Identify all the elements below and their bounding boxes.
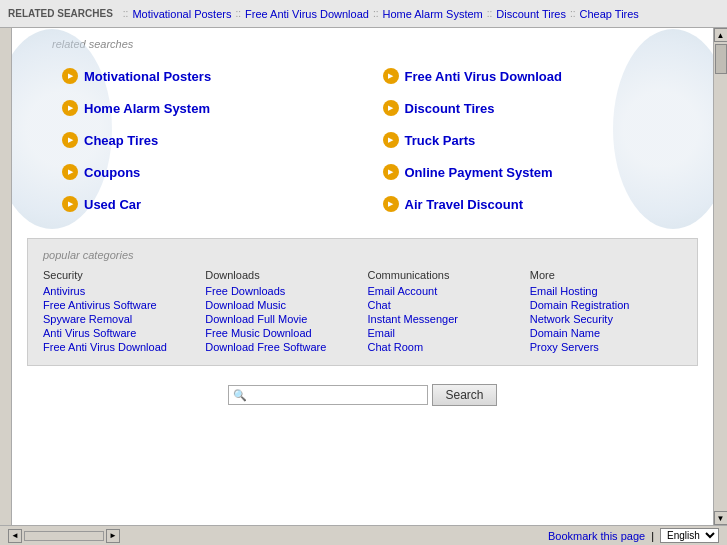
related-section-title: related searches — [52, 38, 693, 50]
cat-link[interactable]: Email Hosting — [530, 285, 682, 297]
cat-link[interactable]: Free Downloads — [205, 285, 357, 297]
related-searches-label: RELATED SEARCHES — [8, 8, 113, 19]
cat-link[interactable]: Spyware Removal — [43, 313, 195, 325]
arrow-icon — [383, 100, 399, 116]
scroll-thumb[interactable] — [715, 44, 727, 74]
bookmark-link[interactable]: Bookmark this page — [548, 530, 645, 542]
col-header-communications: Communications — [368, 269, 520, 281]
related-link-air-travel[interactable]: Air Travel Discount — [405, 197, 523, 212]
col-header-more: More — [530, 269, 682, 281]
cat-link[interactable]: Domain Name — [530, 327, 682, 339]
language-selector: English — [660, 528, 719, 543]
search-icon: 🔍 — [233, 389, 247, 402]
list-item: Home Alarm System — [52, 92, 373, 124]
cat-link[interactable]: Chat Room — [368, 341, 520, 353]
content-wrapper: related searches Motivational Posters Fr… — [12, 28, 713, 525]
cat-link[interactable]: Chat — [368, 299, 520, 311]
sep1: :: — [123, 8, 129, 19]
related-section: related searches Motivational Posters Fr… — [12, 28, 713, 230]
related-link-cheap-tires[interactable]: Cheap Tires — [84, 133, 158, 148]
arrow-icon — [62, 196, 78, 212]
topbar-link-3[interactable]: Discount Tires — [496, 8, 566, 20]
related-link-discount-tires[interactable]: Discount Tires — [405, 101, 495, 116]
list-item: Online Payment System — [373, 156, 694, 188]
category-col-security: Security Antivirus Free Antivirus Softwa… — [43, 269, 195, 355]
cat-link[interactable]: Anti Virus Software — [43, 327, 195, 339]
arrow-icon — [383, 132, 399, 148]
topbar-link-4[interactable]: Cheap Tires — [580, 8, 639, 20]
popular-section: popular categories Security Antivirus Fr… — [27, 238, 698, 366]
scroll-right-button[interactable]: ► — [106, 529, 120, 543]
topbar-link-0[interactable]: Motivational Posters — [132, 8, 231, 20]
scroll-down-button[interactable]: ▼ — [714, 511, 728, 525]
right-scrollbar: ▲ ▼ — [713, 28, 727, 525]
arrow-icon — [62, 164, 78, 180]
col-header-security: Security — [43, 269, 195, 281]
topbar-link-2[interactable]: Home Alarm System — [382, 8, 482, 20]
cat-link[interactable]: Network Security — [530, 313, 682, 325]
cat-link[interactable]: Domain Registration — [530, 299, 682, 311]
category-col-more: More Email Hosting Domain Registration N… — [530, 269, 682, 355]
scroll-left-button[interactable]: ◄ — [8, 529, 22, 543]
list-item: Free Anti Virus Download — [373, 60, 694, 92]
bottom-bar: ◄ ► Bookmark this page | English — [0, 525, 727, 545]
cat-link[interactable]: Antivirus — [43, 285, 195, 297]
related-link-home-alarm[interactable]: Home Alarm System — [84, 101, 210, 116]
col-header-downloads: Downloads — [205, 269, 357, 281]
related-link-truck-parts[interactable]: Truck Parts — [405, 133, 476, 148]
list-item: Cheap Tires — [52, 124, 373, 156]
cat-link[interactable]: Download Music — [205, 299, 357, 311]
list-item: Coupons — [52, 156, 373, 188]
cat-link[interactable]: Email Account — [368, 285, 520, 297]
arrow-icon — [62, 100, 78, 116]
search-input[interactable] — [251, 388, 423, 402]
category-col-downloads: Downloads Free Downloads Download Music … — [205, 269, 357, 355]
related-link-online-payment[interactable]: Online Payment System — [405, 165, 553, 180]
cat-link[interactable]: Free Anti Virus Download — [43, 341, 195, 353]
arrow-icon — [62, 68, 78, 84]
related-links-grid: Motivational Posters Free Anti Virus Dow… — [52, 60, 693, 220]
category-col-communications: Communications Email Account Chat Instan… — [368, 269, 520, 355]
scroll-h-track — [24, 531, 104, 541]
main-area: related searches Motivational Posters Fr… — [0, 28, 727, 525]
list-item: Discount Tires — [373, 92, 694, 124]
list-item: Motivational Posters — [52, 60, 373, 92]
list-item: Air Travel Discount — [373, 188, 694, 220]
topbar-link-1[interactable]: Free Anti Virus Download — [245, 8, 369, 20]
search-button[interactable]: Search — [432, 384, 496, 406]
arrow-icon — [383, 164, 399, 180]
arrow-icon — [383, 68, 399, 84]
related-link-used-car[interactable]: Used Car — [84, 197, 141, 212]
search-input-wrap: 🔍 — [228, 385, 428, 405]
categories-grid: Security Antivirus Free Antivirus Softwa… — [43, 269, 682, 355]
related-link-motivational-posters[interactable]: Motivational Posters — [84, 69, 211, 84]
cat-link[interactable]: Proxy Servers — [530, 341, 682, 353]
arrow-icon — [62, 132, 78, 148]
left-scrollbar — [0, 28, 12, 525]
cat-link[interactable]: Download Full Movie — [205, 313, 357, 325]
arrow-icon — [383, 196, 399, 212]
cat-link[interactable]: Free Antivirus Software — [43, 299, 195, 311]
list-item: Used Car — [52, 188, 373, 220]
cat-link[interactable]: Instant Messenger — [368, 313, 520, 325]
top-bar: RELATED SEARCHES :: Motivational Posters… — [0, 0, 727, 28]
list-item: Truck Parts — [373, 124, 694, 156]
search-bar: 🔍 Search — [12, 374, 713, 414]
language-dropdown[interactable]: English — [660, 528, 719, 543]
cat-link[interactable]: Free Music Download — [205, 327, 357, 339]
cat-link[interactable]: Download Free Software — [205, 341, 357, 353]
popular-section-title: popular categories — [43, 249, 682, 261]
cat-link[interactable]: Email — [368, 327, 520, 339]
scroll-up-button[interactable]: ▲ — [714, 28, 728, 42]
related-link-coupons[interactable]: Coupons — [84, 165, 140, 180]
scroll-track — [714, 74, 727, 511]
related-link-free-antivirus[interactable]: Free Anti Virus Download — [405, 69, 562, 84]
horizontal-scrollbar: ◄ ► — [8, 529, 120, 543]
